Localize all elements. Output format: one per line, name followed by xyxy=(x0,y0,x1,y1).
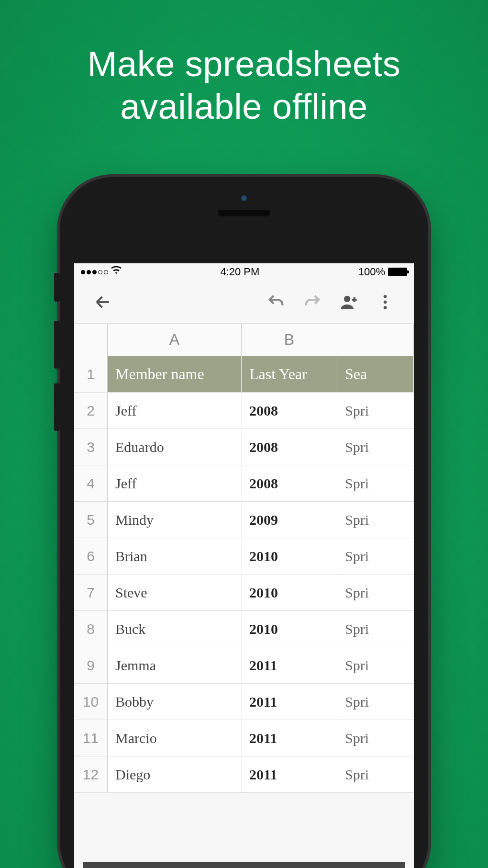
table-row: 2Jeff2008Spri xyxy=(74,393,414,429)
phone-frame: 4:20 PM 100% xyxy=(60,177,428,868)
row-number[interactable]: 4 xyxy=(74,465,108,501)
table-row: 3Eduardo2008Spri xyxy=(74,429,414,465)
cell[interactable]: 2011 xyxy=(242,720,337,756)
phone-mute-switch xyxy=(54,273,60,302)
cell[interactable]: Jeff xyxy=(108,465,242,501)
cell[interactable]: Brian xyxy=(108,538,242,574)
status-left xyxy=(81,265,122,279)
column-headers: A B xyxy=(74,324,414,356)
cell[interactable]: Marcio xyxy=(108,720,242,756)
column-header-b[interactable]: B xyxy=(242,324,337,356)
wifi-icon xyxy=(111,265,122,279)
battery-percent: 100% xyxy=(358,266,385,278)
cell[interactable]: Sea xyxy=(337,356,414,392)
cell[interactable]: Spri xyxy=(337,575,414,610)
row-number[interactable]: 8 xyxy=(74,611,108,647)
row-number[interactable]: 12 xyxy=(74,756,108,792)
table-row: 7Steve2010Spri xyxy=(74,575,414,611)
phone-screen: 4:20 PM 100% xyxy=(74,263,414,868)
phone-volume-down xyxy=(54,383,60,431)
column-header-a[interactable]: A xyxy=(108,324,242,356)
row-number[interactable]: 1 xyxy=(74,356,108,392)
table-row: 8Buck2010Spri xyxy=(74,611,414,647)
redo-button[interactable] xyxy=(299,289,326,316)
svg-point-3 xyxy=(384,306,387,309)
status-right: 100% xyxy=(358,266,407,278)
cell[interactable]: 2011 xyxy=(242,684,337,720)
spreadsheet-grid[interactable]: A B 1 Member name Last Year Sea 2Jeff200… xyxy=(74,324,414,793)
table-row: 11Marcio2011Spri xyxy=(74,720,414,756)
cell[interactable]: 2010 xyxy=(242,575,337,610)
cell[interactable]: Last Year xyxy=(242,356,337,392)
cell[interactable]: 2011 xyxy=(242,647,337,683)
cell[interactable]: Spri xyxy=(337,647,414,683)
row-number[interactable]: 9 xyxy=(74,647,108,683)
more-menu-button[interactable] xyxy=(372,289,399,316)
cell[interactable]: Spri xyxy=(337,611,414,647)
back-button[interactable] xyxy=(89,289,116,316)
svg-point-1 xyxy=(384,295,387,298)
cell[interactable]: 2010 xyxy=(242,538,337,574)
svg-point-2 xyxy=(384,300,387,304)
cell[interactable]: 2011 xyxy=(242,756,337,792)
column-header-c[interactable] xyxy=(337,324,414,356)
cell[interactable]: Jemma xyxy=(108,647,242,683)
table-row: 10Bobby2011Spri xyxy=(74,684,414,720)
cell[interactable]: Spri xyxy=(337,538,414,574)
cell[interactable]: Spri xyxy=(337,684,414,720)
headline-line-1: Make spreadsheets xyxy=(0,43,488,86)
phone-volume-up xyxy=(54,321,60,369)
cell[interactable]: Spri xyxy=(337,502,414,538)
offline-toast: Making file available offline... xyxy=(83,862,405,868)
signal-dots-icon xyxy=(81,270,108,274)
table-row: 12Diego2011Spri xyxy=(74,756,414,793)
promo-headline: Make spreadsheets available offline xyxy=(0,0,488,128)
cell[interactable]: Spri xyxy=(337,756,414,792)
cell[interactable]: 2010 xyxy=(242,611,337,647)
cell[interactable]: Steve xyxy=(108,575,242,610)
cell[interactable]: 2008 xyxy=(242,429,337,465)
battery-icon xyxy=(388,268,407,276)
row-number[interactable]: 7 xyxy=(74,575,108,610)
undo-button[interactable] xyxy=(263,289,289,316)
headline-line-2: available offline xyxy=(0,86,488,128)
cell[interactable]: Mindy xyxy=(108,502,242,538)
cell[interactable]: Eduardo xyxy=(108,429,242,465)
add-person-button[interactable] xyxy=(335,289,362,316)
cell[interactable]: Spri xyxy=(337,393,414,428)
row-number[interactable]: 2 xyxy=(74,393,108,428)
status-time: 4:20 PM xyxy=(220,266,259,278)
app-toolbar xyxy=(74,281,414,324)
table-row: 5Mindy2009Spri xyxy=(74,502,414,538)
cell[interactable]: Diego xyxy=(108,756,242,792)
table-row: 1 Member name Last Year Sea xyxy=(74,356,414,393)
svg-point-0 xyxy=(344,295,350,302)
table-row: 9Jemma2011Spri xyxy=(74,647,414,684)
cell[interactable]: 2008 xyxy=(242,465,337,501)
cell[interactable]: 2008 xyxy=(242,393,337,428)
row-number[interactable]: 10 xyxy=(74,684,108,720)
row-number[interactable]: 5 xyxy=(74,502,108,538)
cell[interactable]: Buck xyxy=(108,611,242,647)
row-number[interactable]: 3 xyxy=(74,429,108,465)
row-number[interactable]: 6 xyxy=(74,538,108,574)
table-row: 4Jeff2008Spri xyxy=(74,465,414,502)
cell[interactable]: Spri xyxy=(337,465,414,501)
cell[interactable]: Member name xyxy=(108,356,242,392)
cell[interactable]: 2009 xyxy=(242,502,337,538)
status-bar: 4:20 PM 100% xyxy=(74,263,414,281)
cell[interactable]: Spri xyxy=(337,720,414,756)
select-all-corner[interactable] xyxy=(74,324,108,356)
cell[interactable]: Spri xyxy=(337,429,414,465)
cell[interactable]: Bobby xyxy=(108,684,242,720)
row-number[interactable]: 11 xyxy=(74,720,108,756)
table-row: 6Brian2010Spri xyxy=(74,538,414,575)
cell[interactable]: Jeff xyxy=(108,393,242,428)
